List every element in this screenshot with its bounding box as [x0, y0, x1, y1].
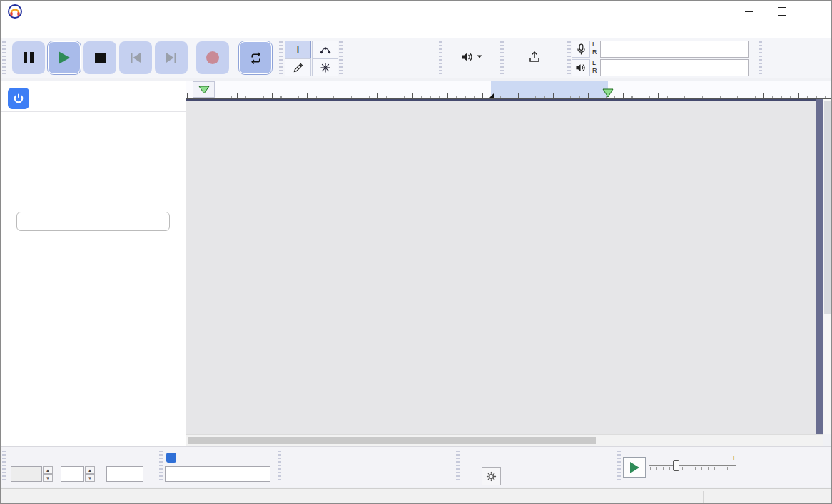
time-display-grabber[interactable] [278, 451, 281, 483]
time-toolbar-grabber[interactable] [2, 451, 6, 483]
record-button[interactable] [196, 41, 229, 74]
envelope-tool-icon [320, 44, 331, 56]
effects-master-power-button[interactable] [8, 88, 29, 109]
effects-panel-close-button[interactable] [163, 86, 181, 103]
pencil-icon [293, 62, 304, 73]
selection-toolbar-grabber[interactable] [456, 451, 460, 483]
time-signature-lower-select[interactable] [106, 466, 143, 482]
playback-meter-button[interactable] [572, 59, 590, 76]
bottom-toolbar: ▲▼ ▲▼ −+ [1, 446, 831, 487]
time-signature-upper-input[interactable] [61, 466, 84, 482]
edit-toolbar-grabber[interactable] [339, 41, 343, 74]
power-icon [13, 93, 24, 104]
skip-to-start-button[interactable] [119, 41, 152, 74]
speaker-icon [575, 63, 587, 73]
play-at-speed-icon [630, 462, 639, 473]
pause-button[interactable] [12, 41, 45, 74]
record-meter[interactable] [600, 41, 749, 58]
vertical-scrollbar[interactable] [823, 99, 832, 434]
skip-to-start-icon [129, 52, 142, 63]
snap-select[interactable] [165, 466, 270, 482]
skip-to-end-icon [165, 52, 178, 63]
microphone-icon [577, 43, 586, 56]
slider-plus-label: + [731, 454, 736, 462]
toolbar: I LR LR [1, 38, 831, 78]
pause-icon [24, 52, 34, 63]
slider-minus-label: − [649, 454, 653, 462]
share-audio-button[interactable] [504, 41, 564, 75]
meter-end-grabber[interactable] [759, 41, 762, 74]
ruler-major-ticks [186, 93, 832, 98]
record-meter-channels: LR [592, 41, 597, 56]
vertical-scrollbar-thumb[interactable] [824, 101, 831, 314]
loop-button[interactable] [239, 41, 272, 74]
status-bar [1, 488, 831, 504]
tools-toolbar-grabber[interactable] [279, 41, 283, 74]
selection-options-button[interactable] [482, 467, 501, 485]
gear-icon [486, 471, 497, 482]
audacity-logo-icon [8, 4, 22, 19]
timeline-ruler[interactable] [186, 81, 832, 99]
share-audio-grabber[interactable] [500, 41, 504, 74]
audio-setup-grabber[interactable] [439, 41, 442, 74]
close-button[interactable] [799, 1, 832, 22]
record-meter-button[interactable] [572, 41, 590, 58]
play-speed-slider[interactable]: −+ [647, 454, 737, 471]
record-icon [206, 51, 219, 64]
play-head-pin-icon [198, 86, 210, 94]
add-effect-button[interactable] [16, 212, 170, 231]
multi-tool-button[interactable] [312, 58, 338, 76]
pinned-play-head-button[interactable] [193, 81, 215, 98]
audacity-window: I LR LR [0, 0, 832, 504]
menu-bar [1, 22, 831, 38]
play-at-speed-grabber[interactable] [617, 451, 621, 483]
track-area-right-gutter [816, 99, 823, 434]
playback-meter[interactable] [600, 59, 749, 76]
stop-icon [95, 53, 106, 63]
play-icon [59, 51, 70, 64]
play-speed-slider-handle[interactable] [673, 460, 679, 471]
snap-checkbox[interactable] [166, 453, 176, 463]
playhead-triangle-icon[interactable] [602, 88, 614, 98]
selection-edge-marker [489, 93, 494, 98]
title-bar [1, 1, 831, 22]
loop-icon [249, 51, 263, 65]
meter-toolbar-grabber[interactable] [567, 41, 571, 74]
snap-toolbar-grabber[interactable] [159, 451, 163, 483]
share-audio-icon [528, 51, 541, 63]
playback-meter-channels: LR [592, 59, 597, 75]
tempo-spinner[interactable]: ▲▼ [43, 466, 53, 482]
selection-tool-button[interactable]: I [285, 41, 311, 58]
time-signature-spinner[interactable]: ▲▼ [85, 466, 95, 482]
draw-tool-button[interactable] [285, 58, 311, 76]
speaker-icon [461, 51, 474, 63]
maximize-icon [778, 7, 786, 16]
minimize-icon [745, 11, 753, 12]
track-area[interactable] [186, 99, 816, 436]
audio-setup-button[interactable] [443, 41, 500, 75]
selection-tool-icon: I [296, 43, 300, 56]
envelope-tool-button[interactable] [312, 41, 338, 58]
maximize-button[interactable] [766, 1, 798, 22]
chevron-down-icon [477, 56, 482, 58]
horizontal-scrollbar-thumb[interactable] [188, 437, 596, 444]
stop-button[interactable] [83, 41, 116, 74]
minimize-button[interactable] [732, 1, 765, 22]
horizontal-scrollbar[interactable] [186, 434, 823, 446]
multi-tool-icon [320, 62, 331, 73]
tempo-input[interactable] [11, 466, 42, 482]
transport-toolbar-grabber[interactable] [2, 41, 6, 74]
play-button[interactable] [48, 41, 81, 74]
skip-to-end-button[interactable] [155, 41, 188, 74]
realtime-effects-panel [1, 81, 186, 446]
play-at-speed-button[interactable] [623, 457, 646, 478]
